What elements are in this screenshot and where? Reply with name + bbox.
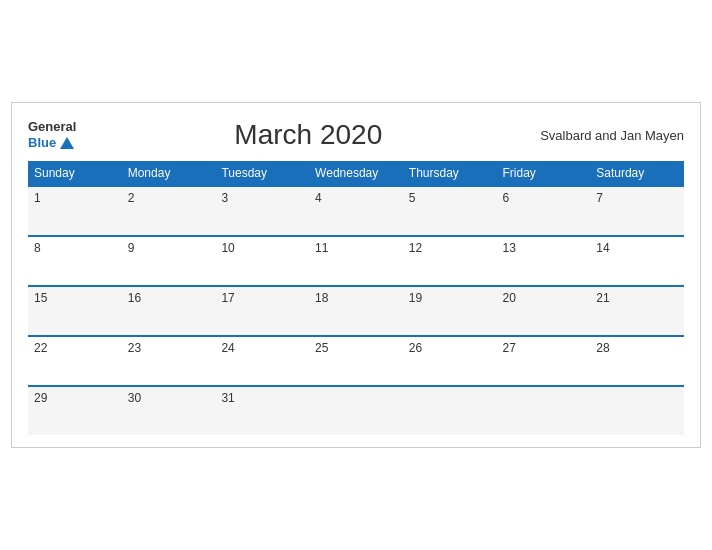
day-cell: 3	[215, 186, 309, 236]
day-cell: 16	[122, 286, 216, 336]
day-number: 22	[34, 341, 47, 355]
day-number: 19	[409, 291, 422, 305]
day-number: 16	[128, 291, 141, 305]
day-cell	[497, 386, 591, 435]
day-number: 21	[596, 291, 609, 305]
day-number: 30	[128, 391, 141, 405]
day-number: 11	[315, 241, 328, 255]
logo: General Blue	[28, 119, 76, 150]
day-number: 18	[315, 291, 328, 305]
day-cell: 18	[309, 286, 403, 336]
calendar-title: March 2020	[76, 119, 540, 151]
week-row-5: 293031	[28, 386, 684, 435]
day-cell: 14	[590, 236, 684, 286]
day-number: 9	[128, 241, 135, 255]
day-number: 31	[221, 391, 234, 405]
day-cell	[309, 386, 403, 435]
logo-general-text: General	[28, 119, 76, 135]
day-number: 15	[34, 291, 47, 305]
day-number: 3	[221, 191, 228, 205]
col-friday: Friday	[497, 161, 591, 186]
day-number: 12	[409, 241, 422, 255]
col-wednesday: Wednesday	[309, 161, 403, 186]
day-cell: 23	[122, 336, 216, 386]
week-row-4: 22232425262728	[28, 336, 684, 386]
day-cell: 29	[28, 386, 122, 435]
day-cell: 13	[497, 236, 591, 286]
day-cell: 30	[122, 386, 216, 435]
day-number: 23	[128, 341, 141, 355]
week-row-3: 15161718192021	[28, 286, 684, 336]
day-number: 27	[503, 341, 516, 355]
logo-triangle-icon	[60, 137, 74, 149]
col-thursday: Thursday	[403, 161, 497, 186]
day-cell: 26	[403, 336, 497, 386]
day-cell: 20	[497, 286, 591, 336]
day-number: 5	[409, 191, 416, 205]
day-cell: 10	[215, 236, 309, 286]
day-number: 1	[34, 191, 41, 205]
day-cell: 4	[309, 186, 403, 236]
day-cell: 17	[215, 286, 309, 336]
day-cell: 27	[497, 336, 591, 386]
day-number: 13	[503, 241, 516, 255]
calendar-body: 1234567891011121314151617181920212223242…	[28, 186, 684, 435]
day-cell: 22	[28, 336, 122, 386]
day-cell	[403, 386, 497, 435]
week-row-1: 1234567	[28, 186, 684, 236]
day-cell: 1	[28, 186, 122, 236]
day-cell: 2	[122, 186, 216, 236]
day-number: 26	[409, 341, 422, 355]
calendar-table: Sunday Monday Tuesday Wednesday Thursday…	[28, 161, 684, 435]
day-cell: 21	[590, 286, 684, 336]
day-number: 14	[596, 241, 609, 255]
day-number: 2	[128, 191, 135, 205]
logo-blue-text: Blue	[28, 135, 74, 151]
col-sunday: Sunday	[28, 161, 122, 186]
day-number: 28	[596, 341, 609, 355]
day-cell: 15	[28, 286, 122, 336]
day-number: 29	[34, 391, 47, 405]
day-cell: 7	[590, 186, 684, 236]
day-cell: 9	[122, 236, 216, 286]
day-cell: 12	[403, 236, 497, 286]
col-tuesday: Tuesday	[215, 161, 309, 186]
weekday-header-row: Sunday Monday Tuesday Wednesday Thursday…	[28, 161, 684, 186]
day-number: 10	[221, 241, 234, 255]
day-number: 6	[503, 191, 510, 205]
day-cell: 8	[28, 236, 122, 286]
week-row-2: 891011121314	[28, 236, 684, 286]
calendar-header: General Blue March 2020 Svalbard and Jan…	[28, 119, 684, 151]
day-cell	[590, 386, 684, 435]
day-number: 24	[221, 341, 234, 355]
day-number: 25	[315, 341, 328, 355]
calendar-wrapper: General Blue March 2020 Svalbard and Jan…	[11, 102, 701, 448]
day-number: 4	[315, 191, 322, 205]
day-cell: 19	[403, 286, 497, 336]
col-monday: Monday	[122, 161, 216, 186]
day-cell: 6	[497, 186, 591, 236]
day-number: 20	[503, 291, 516, 305]
day-cell: 25	[309, 336, 403, 386]
day-number: 17	[221, 291, 234, 305]
region-label: Svalbard and Jan Mayen	[540, 128, 684, 143]
day-cell: 31	[215, 386, 309, 435]
day-cell: 11	[309, 236, 403, 286]
day-cell: 24	[215, 336, 309, 386]
col-saturday: Saturday	[590, 161, 684, 186]
day-cell: 5	[403, 186, 497, 236]
day-cell: 28	[590, 336, 684, 386]
day-number: 7	[596, 191, 603, 205]
day-number: 8	[34, 241, 41, 255]
